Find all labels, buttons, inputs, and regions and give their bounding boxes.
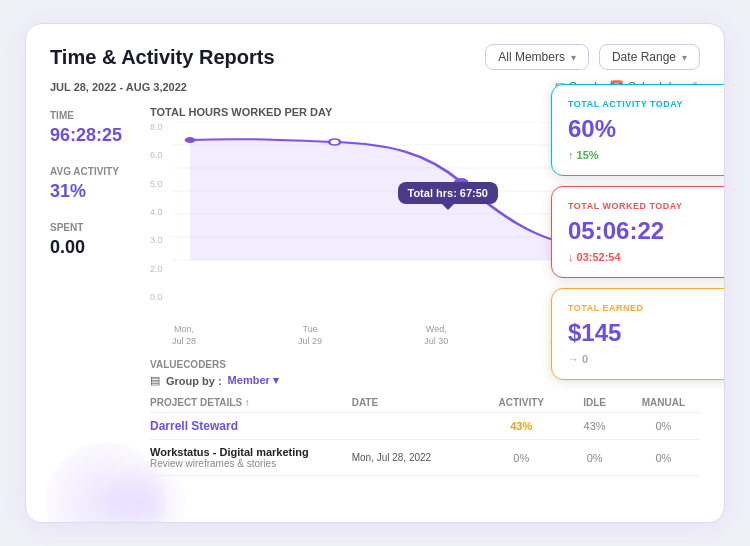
total-activity-card: TOTAL ACTIVITY TODAY 60% ↑ 15% bbox=[551, 84, 725, 176]
x-label-1: TueJul 29 bbox=[298, 324, 322, 347]
total-worked-card: TOTAL WORKED TODAY 05:06:22 ↓ 03:52:54 bbox=[551, 186, 725, 278]
main-card: Time & Activity Reports All Members ▾ Da… bbox=[25, 23, 725, 523]
time-stat: TIME 96:28:25 bbox=[50, 110, 150, 146]
date-range-label: JUL 28, 2022 - AUG 3,2022 bbox=[50, 81, 187, 93]
x-label-2: Wed,Jul 30 bbox=[424, 324, 448, 347]
chevron-down-icon: ▾ bbox=[682, 52, 687, 63]
svg-point-7 bbox=[185, 137, 196, 143]
project-date: Mon, Jul 28, 2022 bbox=[352, 452, 480, 463]
spent-stat: SPENT 0.00 bbox=[50, 222, 150, 258]
person-idle: 43% bbox=[563, 420, 627, 432]
project-activity: 0% bbox=[480, 452, 563, 464]
project-idle: 0% bbox=[563, 452, 627, 464]
header: Time & Activity Reports All Members ▾ Da… bbox=[50, 44, 700, 70]
group-by-label: Group by : bbox=[166, 375, 222, 387]
chart-tooltip: Total hrs: 67:50 bbox=[398, 182, 499, 204]
group-by-value[interactable]: Member ▾ bbox=[228, 374, 279, 387]
total-earned-card: TOTAL EARNED $145 → 0 bbox=[551, 288, 725, 380]
all-members-dropdown[interactable]: All Members ▾ bbox=[485, 44, 589, 70]
project-sub: Review wireframes & stories bbox=[150, 458, 352, 469]
time-label: TIME bbox=[50, 110, 150, 121]
svg-point-8 bbox=[329, 139, 340, 145]
avg-activity-stat: AVG ACTIVITY 31% bbox=[50, 166, 150, 202]
project-manual: 0% bbox=[627, 452, 700, 464]
earned-card-label: TOTAL EARNED bbox=[568, 303, 719, 313]
project-info: Workstatus - Digital marketing Review wi… bbox=[150, 446, 352, 469]
date-range-dropdown[interactable]: Date Range ▾ bbox=[599, 44, 700, 70]
worked-card-value: 05:06:22 bbox=[568, 217, 719, 245]
spent-label: SPENT bbox=[50, 222, 150, 233]
activity-card-label: TOTAL ACTIVITY TODAY bbox=[568, 99, 719, 109]
spent-value: 0.00 bbox=[50, 237, 150, 258]
activity-card-value: 60% bbox=[568, 115, 719, 143]
y-axis-labels: 8.0 6.0 5.0 4.0 3.0 2.0 0.0 bbox=[150, 122, 163, 302]
person-name[interactable]: Darrell Steward bbox=[150, 419, 352, 433]
col-date-header: DATE bbox=[352, 397, 480, 408]
project-name: Workstatus - Digital marketing bbox=[150, 446, 352, 458]
table-header: PROJECT DETAILS ↑ DATE ACTIVITY IDLE MAN… bbox=[150, 393, 700, 413]
avg-activity-value: 31% bbox=[50, 181, 150, 202]
col-manual-header: MANUAL bbox=[627, 397, 700, 408]
group-by-icon: ▤ bbox=[150, 374, 160, 387]
worked-card-sub: ↓ 03:52:54 bbox=[568, 251, 719, 263]
person-activity: 43% bbox=[480, 420, 563, 432]
avg-activity-label: AVG ACTIVITY bbox=[50, 166, 150, 177]
table-row: Darrell Steward 43% 43% 0% bbox=[150, 413, 700, 440]
earned-card-sub: → 0 bbox=[568, 353, 719, 365]
earned-card-value: $145 bbox=[568, 319, 719, 347]
person-manual: 0% bbox=[627, 420, 700, 432]
x-label-0: Mon,Jul 28 bbox=[172, 324, 196, 347]
chevron-down-icon: ▾ bbox=[273, 374, 279, 386]
header-actions: All Members ▾ Date Range ▾ bbox=[485, 44, 700, 70]
col-idle-header: IDLE bbox=[563, 397, 627, 408]
left-stats: TIME 96:28:25 AVG ACTIVITY 31% SPENT 0.0… bbox=[50, 106, 150, 486]
chevron-down-icon: ▾ bbox=[571, 52, 576, 63]
activity-card-sub: ↑ 15% bbox=[568, 149, 719, 161]
worked-card-label: TOTAL WORKED TODAY bbox=[568, 201, 719, 211]
table-row: Workstatus - Digital marketing Review wi… bbox=[150, 440, 700, 476]
col-project-header: PROJECT DETAILS ↑ bbox=[150, 397, 352, 408]
time-value: 96:28:25 bbox=[50, 125, 150, 146]
page-title: Time & Activity Reports bbox=[50, 46, 275, 69]
col-activity-header: ACTIVITY bbox=[480, 397, 563, 408]
right-panel: TOTAL ACTIVITY TODAY 60% ↑ 15% TOTAL WOR… bbox=[551, 84, 725, 380]
